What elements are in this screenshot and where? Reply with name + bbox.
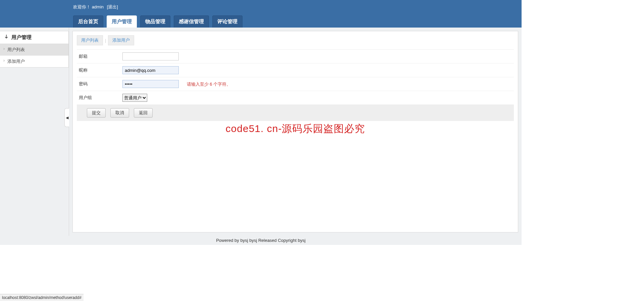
group-label: 用户组: [77, 91, 120, 105]
watermark-text: code51. cn-源码乐园盗图必究: [226, 122, 365, 136]
nav-tab-home[interactable]: 后台首页: [73, 15, 103, 28]
nav-tab-thanks[interactable]: 感谢信管理: [174, 15, 209, 28]
status-bar: localhost:8080/zwsl/admin/method!useradd…: [0, 294, 84, 301]
email-input[interactable]: [122, 52, 179, 60]
collapse-handle[interactable]: ◀: [64, 108, 69, 127]
nav-tabs: 后台首页 用户管理 物品管理 感谢信管理 评论管理: [73, 15, 522, 28]
subtab-user-list[interactable]: 用户列表: [77, 35, 103, 45]
header: 欢迎你！ admin [退出] 后台首页 用户管理 物品管理 感谢信管理 评论管…: [0, 0, 522, 28]
nickname-input[interactable]: [122, 66, 179, 74]
main-panel: 用户列表 | 添加用户 邮箱 昵称 密码: [72, 31, 518, 232]
logout-link[interactable]: [退出]: [107, 4, 118, 9]
subtab-add-user[interactable]: 添加用户: [108, 35, 134, 45]
subtab-separator: |: [105, 38, 106, 43]
nav-tab-comments[interactable]: 评论管理: [212, 15, 243, 28]
nav-tab-users[interactable]: 用户管理: [107, 15, 137, 28]
arrow-down-icon: [3, 34, 9, 41]
submit-button[interactable]: 提交: [87, 108, 106, 118]
nav-tab-items[interactable]: 物品管理: [140, 15, 170, 28]
welcome-username: admin: [92, 4, 104, 9]
welcome-prefix: 欢迎你！: [73, 4, 91, 9]
sidebar-title: 用户管理: [0, 31, 68, 44]
sidebar-item-add-user[interactable]: 添加用户: [0, 56, 68, 67]
password-label: 密码: [77, 77, 120, 91]
password-error-msg: 请输入至少 6 个字符。: [187, 82, 231, 87]
sidebar-item-user-list[interactable]: 用户列表: [0, 44, 68, 56]
user-form: 邮箱 昵称 密码 请输入至少 6 个字符。: [77, 49, 514, 105]
welcome-row: 欢迎你！ admin [退出]: [73, 4, 522, 10]
sidebar: 用户管理 用户列表 添加用户 ◀: [0, 28, 69, 236]
back-button[interactable]: 返回: [134, 108, 153, 118]
password-input[interactable]: [122, 80, 179, 88]
cancel-button[interactable]: 取消: [110, 108, 129, 118]
email-label: 邮箱: [77, 50, 120, 63]
footer: Powered by bysj bysj Released Copyright …: [0, 236, 522, 245]
sidebar-title-text: 用户管理: [11, 34, 32, 41]
action-row: 提交 取消 返回: [77, 105, 514, 121]
group-select[interactable]: 普通用户: [122, 94, 147, 102]
nickname-label: 昵称: [77, 63, 120, 77]
sub-tabs: 用户列表 | 添加用户: [77, 35, 514, 45]
